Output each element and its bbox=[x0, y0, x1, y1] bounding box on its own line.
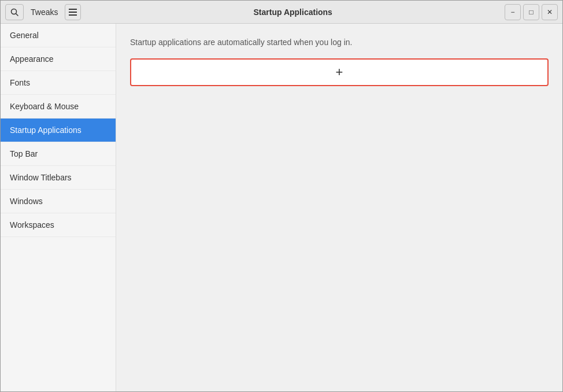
close-button[interactable]: ✕ bbox=[542, 4, 558, 20]
main-content: Startup applications are automatically s… bbox=[116, 24, 562, 391]
search-button[interactable] bbox=[5, 4, 24, 20]
sidebar: General Appearance Fonts Keyboard & Mous… bbox=[1, 24, 116, 391]
sidebar-item-general[interactable]: General bbox=[1, 24, 116, 47]
sidebar-item-startup-applications[interactable]: Startup Applications bbox=[1, 119, 116, 142]
sidebar-item-window-titlebars[interactable]: Window Titlebars bbox=[1, 166, 116, 190]
sidebar-item-keyboard-mouse[interactable]: Keyboard & Mouse bbox=[1, 95, 116, 119]
svg-line-1 bbox=[16, 13, 18, 16]
minimize-button[interactable]: − bbox=[505, 4, 521, 20]
add-startup-application-button[interactable]: + bbox=[130, 58, 549, 86]
maximize-button[interactable]: □ bbox=[523, 4, 539, 20]
hamburger-icon bbox=[69, 9, 77, 16]
titlebar-left: Tweaks bbox=[5, 4, 81, 20]
sidebar-item-workspaces[interactable]: Workspaces bbox=[1, 213, 116, 237]
sidebar-item-windows[interactable]: Windows bbox=[1, 190, 116, 213]
description-text: Startup applications are automatically s… bbox=[130, 38, 549, 47]
sidebar-item-top-bar[interactable]: Top Bar bbox=[1, 142, 116, 166]
titlebar-center: Startup Applications bbox=[81, 8, 505, 17]
window-title: Startup Applications bbox=[254, 8, 332, 17]
search-icon bbox=[10, 8, 18, 16]
main-window: Tweaks Startup Applications − □ ✕ Genera… bbox=[0, 0, 563, 392]
titlebar-right: − □ ✕ bbox=[505, 4, 558, 20]
sidebar-item-appearance[interactable]: Appearance bbox=[1, 47, 116, 71]
content-area: General Appearance Fonts Keyboard & Mous… bbox=[1, 24, 562, 391]
app-title: Tweaks bbox=[26, 8, 62, 17]
sidebar-item-fonts[interactable]: Fonts bbox=[1, 71, 116, 95]
menu-button[interactable] bbox=[65, 4, 81, 20]
titlebar: Tweaks Startup Applications − □ ✕ bbox=[1, 1, 562, 24]
